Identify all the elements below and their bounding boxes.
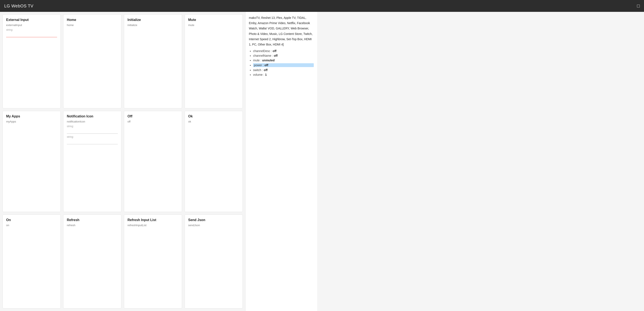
card-home: Homehome xyxy=(63,14,121,108)
card-subtitle-initialize: initialize xyxy=(128,24,178,27)
sidebar-property-power: power : off xyxy=(253,63,314,67)
card-subtitle-ok: ok xyxy=(188,120,239,123)
sidebar-property-channelName: channelName : off xyxy=(253,54,314,57)
card-mute: Mutemute xyxy=(184,14,243,108)
card-input2-notification-icon[interactable] xyxy=(67,140,118,144)
card-input1-notification-icon[interactable] xyxy=(67,129,118,134)
sidebar: makoTV, Reshet 13, Plex, Apple TV, TIDAL… xyxy=(245,12,317,311)
sidebar-property-channelDesc: channelDesc : off xyxy=(253,49,314,53)
card-send-json: Send JsonsendJson xyxy=(184,214,243,308)
card-title-home: Home xyxy=(67,18,118,22)
card-subtitle-external-input: externalInput xyxy=(6,24,57,27)
card-title-refresh-input-list: Refresh Input List xyxy=(128,218,178,222)
card-on: Onon xyxy=(2,214,61,308)
sidebar-property-switch: switch : off xyxy=(253,68,314,72)
card-title-ok: Ok xyxy=(188,114,239,118)
card-initialize: Initializeinitialize xyxy=(124,14,182,108)
card-subtitle-mute: mute xyxy=(188,24,239,27)
card-external-input: External InputexternalInputstring: xyxy=(2,14,61,108)
card-subtitle-home: home xyxy=(67,24,118,27)
card-subtitle-refresh: refresh xyxy=(67,224,118,227)
card-title-on: On xyxy=(6,218,57,222)
card-subtitle-my-apps: myApps xyxy=(6,120,57,123)
sidebar-properties-list: channelDesc : offchannelName : offmute :… xyxy=(249,49,314,76)
app-title: LG WebOS TV xyxy=(4,4,34,9)
card-title-off: Off xyxy=(128,114,178,118)
card-my-apps: My AppsmyApps xyxy=(2,111,61,212)
card-refresh: Refreshrefresh xyxy=(63,214,121,308)
card-subtitle-send-json: sendJson xyxy=(188,224,239,227)
card-label1-notification-icon: string: xyxy=(67,125,118,128)
sidebar-property-mute: mute : unmuted xyxy=(253,59,314,62)
chat-icon[interactable]: □ xyxy=(637,3,640,9)
card-label-external-input: string: xyxy=(6,28,57,31)
card-title-refresh: Refresh xyxy=(67,218,118,222)
card-input-external-input[interactable] xyxy=(6,33,57,37)
card-subtitle-on: on xyxy=(6,224,57,227)
card-title-external-input: External Input xyxy=(6,18,57,22)
app-header: LG WebOS TV □ xyxy=(0,0,644,12)
card-off: Offoff xyxy=(124,111,182,212)
card-title-mute: Mute xyxy=(188,18,239,22)
main-layout: External InputexternalInputstring:Homeho… xyxy=(0,12,644,311)
card-title-send-json: Send Json xyxy=(188,218,239,222)
card-title-initialize: Initialize xyxy=(128,18,178,22)
card-title-notification-icon: Notification Icon xyxy=(67,114,118,118)
sidebar-property-volume: volume : 1 xyxy=(253,73,314,76)
card-title-my-apps: My Apps xyxy=(6,114,57,118)
sidebar-apps-text: makoTV, Reshet 13, Plex, Apple TV, TIDAL… xyxy=(249,15,314,47)
card-notification-icon: Notification IconnotificationIconstring:… xyxy=(63,111,121,212)
card-ok: Okok xyxy=(184,111,243,212)
card-subtitle-off: off xyxy=(128,120,178,123)
card-label2-notification-icon: string: xyxy=(67,135,118,138)
card-subtitle-notification-icon: notificationIcon xyxy=(67,120,118,123)
card-subtitle-refresh-input-list: refreshInputList xyxy=(128,224,178,227)
card-refresh-input-list: Refresh Input ListrefreshInputList xyxy=(124,214,182,308)
card-grid: External InputexternalInputstring:Homeho… xyxy=(0,12,245,311)
